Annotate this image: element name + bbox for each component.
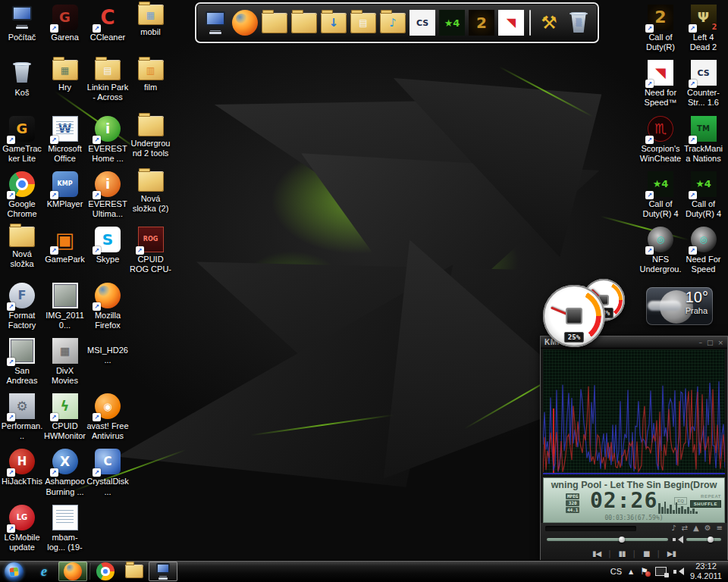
lgmobile-update-icon: LG↗ bbox=[9, 505, 35, 530]
desktop-icon-trackmania-nations-f[interactable]: TM↗TrackMania Nations F... bbox=[682, 116, 725, 165]
shortcut-arrow-icon: ↗ bbox=[93, 413, 101, 421]
taskbar-item-firefox[interactable] bbox=[58, 562, 87, 581]
shortcut-arrow-icon: ↗ bbox=[93, 246, 101, 255]
dock-item-nfs-shift[interactable]: ◥ bbox=[498, 10, 524, 36]
cpu-gauge[interactable]: 25% bbox=[543, 285, 605, 347]
desktop-icon-linkin-park-across-th[interactable]: ▤Linkin Park - Across Th... bbox=[86, 60, 129, 104]
dock-item-firefox[interactable] bbox=[232, 10, 258, 36]
desktop-icon-call-of-duty-r-mo[interactable]: 2↗Call of Duty(R) Mo... bbox=[639, 5, 682, 54]
cpu-chip-icon bbox=[566, 308, 582, 324]
icon-label: TrackMania Nations F... bbox=[682, 144, 725, 165]
desktop-icon-mozilla-firefox[interactable]: ↗Mozilla Firefox bbox=[86, 283, 129, 330]
desktop-icon-po-ta[interactable]: Počítač bbox=[1, 5, 43, 42]
eq-button[interactable]: EQ bbox=[674, 497, 687, 505]
desktop-icon-san-andreas-mod-installer[interactable]: ↗San Andreas Mod Installer bbox=[1, 338, 43, 387]
desktop-icon-underground-2-tools-and[interactable]: Underground 2 tools and ... bbox=[130, 116, 172, 160]
desktop-icon-mbam-log-19-05-59[interactable]: mbam-log... (19-05-59) bbox=[44, 505, 86, 554]
desktop-icon-divx-movies[interactable]: ▦DivX Movies bbox=[44, 338, 86, 386]
taskbar-item-kmplayer[interactable] bbox=[149, 562, 177, 581]
desktop-icon-microsoft-office-wo[interactable]: W↗Microsoft Office Wo... bbox=[44, 116, 86, 165]
stop-button[interactable]: ■ bbox=[639, 548, 654, 559]
repeat-toggle[interactable]: REPEAT bbox=[701, 494, 721, 499]
desktop-icon-ashampoo-burning[interactable]: X↗Ashampoo Burning ... bbox=[44, 449, 86, 496]
desktop-icon-gametracker-lite[interactable]: G↗GameTracker Lite bbox=[1, 116, 43, 164]
taskbar-item-internet-explorer[interactable]: e bbox=[30, 562, 58, 581]
close-button[interactable]: × bbox=[717, 339, 723, 346]
desktop-icon-format-factory[interactable]: F↗Format Factory bbox=[1, 283, 43, 330]
dock-item-downloads-folder[interactable]: ↓ bbox=[321, 13, 347, 33]
playlist-button-icon[interactable]: ≡ bbox=[717, 523, 723, 534]
dock-item-computer[interactable] bbox=[202, 10, 228, 36]
maximize-button[interactable]: □ bbox=[707, 339, 714, 346]
cpu-percent: 25% bbox=[564, 332, 584, 343]
dock-item-folder-1[interactable] bbox=[262, 13, 287, 33]
dock-item-recycle-bin-full[interactable]: ▒ bbox=[566, 10, 592, 36]
show-hidden-icons-button[interactable]: ▲ bbox=[629, 568, 633, 575]
dock-item-hammer-tool[interactable]: ⚒ bbox=[536, 10, 562, 36]
mute-button-icon[interactable]: ♪ bbox=[671, 523, 676, 534]
desktop-icon-ccleaner[interactable]: C↗CCleaner bbox=[86, 5, 129, 42]
desktop-icon-garena[interactable]: G↗Garena bbox=[44, 5, 86, 42]
desktop-icon-gamepark[interactable]: ▣↗GamePark bbox=[44, 227, 86, 264]
desktop-icon-need-for-speed-und[interactable]: ◎↗Need For Speed Und... bbox=[682, 227, 725, 276]
weather-widget[interactable]: 10° Praha bbox=[646, 287, 713, 325]
taskbar-clock[interactable]: 23:12 9.4.2011 bbox=[690, 562, 722, 581]
desktop-icon-need-for-speed-u[interactable]: ◥↗Need for Speed™ U... bbox=[639, 60, 682, 109]
next-button[interactable]: ▶▮ bbox=[663, 548, 680, 559]
previous-button[interactable]: ▮◀ bbox=[588, 548, 605, 559]
desktop-icon-cpuid-hwmonitor[interactable]: ϟ↗CPUID HWMonitor bbox=[44, 393, 86, 441]
pause-button[interactable]: ▮▮ bbox=[614, 548, 630, 559]
icon-label: Call of Duty(R) 4 -... bbox=[639, 199, 682, 221]
seek-slider[interactable] bbox=[547, 538, 668, 541]
start-button[interactable] bbox=[5, 562, 24, 581]
speaker-icon[interactable] bbox=[673, 536, 682, 543]
desktop-icon-img-20110[interactable]: IMG_20110... bbox=[44, 283, 86, 330]
network-icon[interactable] bbox=[655, 567, 667, 576]
desktop-icon-scorpion-s-wincheater-2[interactable]: ♏↗Scorpion's WinCheater 2 bbox=[639, 116, 682, 165]
desktop-icon-film[interactable]: ▥film bbox=[130, 60, 172, 92]
desktop-icon-ko[interactable]: Koš bbox=[1, 60, 43, 98]
desktop-icon-google-chrome[interactable]: ↗Google Chrome bbox=[1, 171, 43, 219]
capture-button-icon[interactable]: ⇄ bbox=[682, 523, 688, 534]
icon-label: Koš bbox=[1, 88, 43, 98]
desktop-icon-kmplayer[interactable]: KMP↗KMPlayer bbox=[44, 171, 86, 209]
taskbar-item-chrome[interactable] bbox=[91, 562, 120, 581]
desktop-icon-avast-free-antivirus[interactable]: ◉↗avast! Free Antivirus bbox=[86, 393, 129, 441]
minimize-button[interactable]: – bbox=[698, 339, 702, 346]
taskbar-item-explorer[interactable] bbox=[120, 562, 149, 581]
visualization-area[interactable] bbox=[543, 349, 725, 476]
desktop-icon-lgmobile-update[interactable]: LG↗LGMobile update bbox=[1, 505, 43, 552]
desktop-icon-crystaldisk[interactable]: C↗CrystalDisk... bbox=[86, 449, 129, 496]
desktop-icon-performan[interactable]: ⚙↗Performan... bbox=[1, 393, 43, 441]
eject-button-icon[interactable]: ▲ bbox=[693, 523, 699, 534]
dock-item-documents-folder[interactable]: ▤ bbox=[350, 13, 376, 33]
dock-item-folder-2[interactable] bbox=[291, 13, 317, 33]
desktop-icon-cpuid-rog-cpu-z[interactable]: ROG↗CPUID ROG CPU-Z bbox=[130, 227, 172, 276]
dock-item-call-of-duty2[interactable]: 2 bbox=[469, 10, 494, 36]
desktop-icon-mobil[interactable]: ▦mobil bbox=[130, 5, 172, 37]
dock-item-call-of-duty4[interactable]: ★4 bbox=[439, 10, 465, 36]
desktop-icon-nov-slo-ka[interactable]: Nová složka bbox=[1, 227, 43, 269]
desktop-icon-everest-home[interactable]: i↗EVEREST Home ... bbox=[86, 116, 129, 164]
desktop-icon-msi-hd26[interactable]: MSI_HD26... bbox=[86, 338, 129, 365]
dock-item-music-folder[interactable]: ♪ bbox=[380, 13, 406, 33]
shuffle-toggle[interactable]: SHUFFLE bbox=[690, 500, 721, 508]
desktop-icon-nov-slo-ka-2[interactable]: Nová složka (2) bbox=[130, 171, 172, 214]
action-center-flag-icon[interactable]: ⚑ bbox=[640, 566, 648, 577]
seek-knob[interactable] bbox=[619, 537, 625, 543]
desktop-icon-everest-ultima[interactable]: i↗EVEREST Ultima... bbox=[86, 171, 129, 219]
settings-button-icon[interactable]: ⚙ bbox=[704, 523, 711, 534]
desktop-icon-hry[interactable]: ▦Hry bbox=[44, 60, 86, 92]
dock-item-counter-strike[interactable]: CS bbox=[410, 10, 435, 36]
volume-knob[interactable] bbox=[708, 537, 714, 543]
volume-slider[interactable] bbox=[686, 538, 721, 541]
language-indicator[interactable]: CS bbox=[610, 567, 622, 576]
desktop-icon-skype[interactable]: S↗Skype bbox=[86, 227, 129, 264]
volume-icon[interactable] bbox=[673, 568, 683, 576]
desktop-icon-call-of-duty-r-4[interactable]: ★4↗Call of Duty(R) 4 -... bbox=[639, 171, 682, 221]
desktop-icon-call-of-duty-r-4[interactable]: ★4↗Call of Duty(R) 4 -... bbox=[682, 171, 725, 221]
desktop-icon-counter-str-1-6[interactable]: CS↗Counter-Str... 1.6 bbox=[682, 60, 725, 108]
desktop-icon-nfs-undergrou[interactable]: ◎↗NFS Undergrou... bbox=[639, 227, 682, 276]
desktop-icon-left-4-dead-2[interactable]: Ψ2↗Left 4 Dead 2 bbox=[682, 5, 725, 52]
desktop-icon-hijackthis[interactable]: H↗HiJackThis bbox=[1, 449, 43, 487]
